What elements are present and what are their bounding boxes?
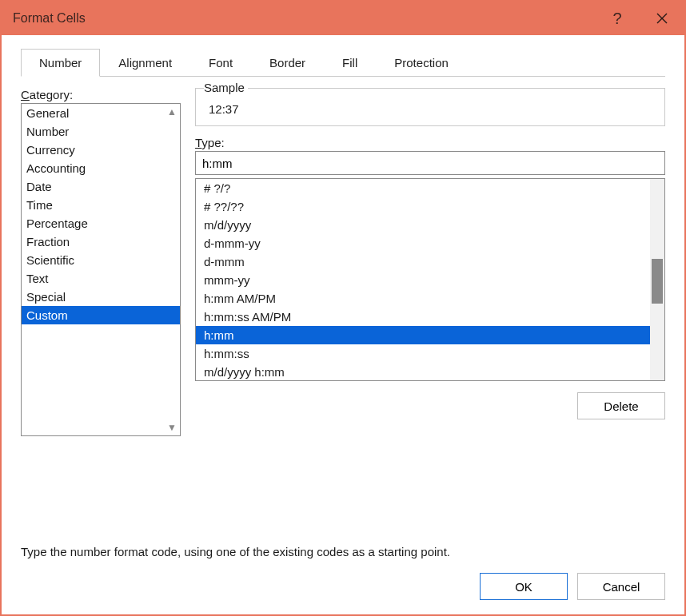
ok-button[interactable]: OK	[480, 573, 568, 600]
type-input[interactable]	[195, 151, 665, 175]
help-button[interactable]: ?	[595, 2, 640, 35]
list-item[interactable]: # ??/??	[196, 197, 664, 216]
list-item[interactable]: Percentage	[22, 214, 180, 232]
tab-fill[interactable]: Fill	[324, 49, 376, 77]
list-item[interactable]: Scientific	[22, 251, 180, 269]
list-item[interactable]: h:mm:ss	[196, 344, 664, 363]
tab-bar: Number Alignment Font Border Fill Protec…	[21, 48, 665, 77]
list-item[interactable]: General	[22, 104, 180, 122]
scroll-up-icon: ▲	[167, 106, 177, 117]
list-item[interactable]: Number	[22, 122, 180, 141]
sample-value: 12:37	[207, 102, 653, 116]
type-label: Type:	[195, 136, 665, 149]
list-item[interactable]: h:mm AM/PM	[196, 289, 664, 308]
scrollbar[interactable]	[650, 179, 664, 380]
list-item[interactable]: Time	[22, 196, 180, 214]
list-item[interactable]: h:mm	[196, 326, 664, 344]
details-column: Sample 12:37 Type: # ?/? # ??/?? m/d/yyy…	[195, 88, 665, 521]
type-list[interactable]: # ?/? # ??/?? m/d/yyyy d-mmm-yy d-mmm mm…	[195, 178, 665, 381]
list-item[interactable]: Special	[22, 288, 180, 306]
scroll-thumb[interactable]	[652, 259, 663, 304]
format-cells-dialog: Format Cells ? Number Alignment Font Bor…	[0, 0, 686, 616]
close-button[interactable]	[640, 2, 684, 35]
category-label: Category:	[21, 88, 181, 101]
cancel-button[interactable]: Cancel	[577, 573, 665, 600]
list-item[interactable]: Custom	[22, 306, 180, 324]
hint-text: Type the number format code, using one o…	[21, 545, 665, 558]
list-item[interactable]: Fraction	[22, 232, 180, 251]
list-item[interactable]: mmm-yy	[196, 271, 664, 289]
list-item[interactable]: h:mm:ss AM/PM	[196, 308, 664, 326]
list-item[interactable]: m/d/yyyy	[196, 216, 664, 234]
tab-alignment[interactable]: Alignment	[100, 49, 190, 77]
list-item[interactable]: Currency	[22, 141, 180, 159]
sample-label: Sample	[204, 81, 248, 94]
help-icon: ?	[612, 10, 621, 28]
close-icon	[656, 13, 668, 24]
tab-font[interactable]: Font	[190, 49, 251, 77]
titlebar: Format Cells ?	[2, 2, 684, 35]
category-column: Category: General Number Currency Accoun…	[21, 88, 181, 521]
dialog-footer: OK Cancel	[2, 573, 684, 614]
sample-box: Sample 12:37	[195, 88, 665, 126]
category-list[interactable]: General Number Currency Accounting Date …	[21, 103, 181, 436]
tab-protection[interactable]: Protection	[376, 49, 467, 77]
list-item[interactable]: d-mmm-yy	[196, 234, 664, 252]
list-item[interactable]: # ?/?	[196, 179, 664, 197]
delete-row: Delete	[195, 392, 665, 419]
list-item[interactable]: Accounting	[22, 159, 180, 177]
list-item[interactable]: d-mmm	[196, 252, 664, 271]
list-item[interactable]: Text	[22, 269, 180, 288]
delete-button[interactable]: Delete	[577, 392, 665, 419]
list-item[interactable]: Date	[22, 177, 180, 196]
tab-number[interactable]: Number	[21, 49, 100, 77]
tab-border[interactable]: Border	[251, 49, 324, 77]
list-item[interactable]: m/d/yyyy h:mm	[196, 363, 664, 381]
scrollbar[interactable]: ▲ ▼	[164, 104, 180, 435]
tab-content: Category: General Number Currency Accoun…	[21, 88, 665, 521]
scroll-down-icon: ▼	[167, 422, 177, 433]
dialog-body: Number Alignment Font Border Fill Protec…	[2, 35, 684, 573]
dialog-title: Format Cells	[13, 11, 86, 26]
